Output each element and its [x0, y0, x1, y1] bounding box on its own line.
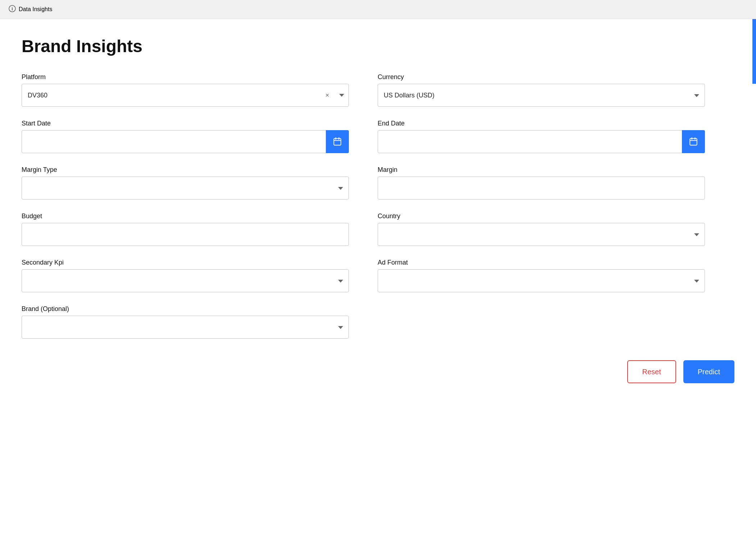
ad-format-label: Ad Format	[378, 259, 705, 266]
form-grid: Platform DV360 × Currency US Dollars (US…	[22, 73, 705, 339]
secondary-kpi-label: Secondary Kpi	[22, 259, 349, 266]
svg-rect-2	[334, 138, 341, 145]
start-date-input[interactable]	[22, 130, 349, 153]
country-select[interactable]	[378, 223, 705, 246]
calendar-icon	[689, 137, 698, 146]
margin-input[interactable]	[378, 177, 705, 200]
country-label: Country	[378, 212, 705, 220]
chevron-down-icon	[339, 94, 344, 97]
secondary-kpi-group: Secondary Kpi	[22, 259, 349, 292]
budget-input[interactable]	[22, 223, 349, 246]
brand-group: Brand (Optional)	[22, 305, 349, 339]
start-date-label: Start Date	[22, 120, 349, 127]
ad-format-wrapper	[378, 269, 705, 292]
currency-wrapper: US Dollars (USD) Euros (EUR) British Pou…	[378, 84, 705, 107]
top-bar: i Data Insights	[0, 0, 756, 19]
reset-button[interactable]: Reset	[627, 360, 676, 383]
platform-clear-button[interactable]: ×	[320, 84, 334, 107]
end-date-input[interactable]	[378, 130, 705, 153]
end-date-wrapper	[378, 130, 705, 153]
platform-label: Platform	[22, 73, 349, 81]
platform-group: Platform DV360 ×	[22, 73, 349, 107]
platform-value[interactable]: DV360	[22, 84, 349, 107]
budget-label: Budget	[22, 212, 349, 220]
main-container: Brand Insights Platform DV360 × Currency	[0, 19, 756, 540]
predict-button[interactable]: Predict	[683, 360, 734, 383]
brand-label: Brand (Optional)	[22, 305, 349, 313]
svg-text:i: i	[12, 6, 13, 12]
start-date-wrapper	[22, 130, 349, 153]
budget-group: Budget	[22, 212, 349, 246]
secondary-kpi-select[interactable]	[22, 269, 349, 292]
platform-select-wrapper: DV360 ×	[22, 84, 349, 107]
brand-wrapper	[22, 316, 349, 339]
country-wrapper	[378, 223, 705, 246]
topbar-title: Data Insights	[19, 6, 52, 13]
budget-wrapper	[22, 223, 349, 246]
buttons-row: Reset Predict	[22, 360, 734, 383]
margin-label: Margin	[378, 166, 705, 174]
currency-select[interactable]: US Dollars (USD) Euros (EUR) British Pou…	[378, 84, 705, 107]
margin-type-wrapper	[22, 177, 349, 200]
page-title: Brand Insights	[22, 36, 734, 56]
empty-cell	[378, 305, 705, 339]
margin-group: Margin	[378, 166, 705, 200]
currency-group: Currency US Dollars (USD) Euros (EUR) Br…	[378, 73, 705, 107]
platform-dropdown-arrow[interactable]	[334, 84, 349, 107]
blue-accent-bar	[752, 19, 756, 84]
end-date-group: End Date	[378, 120, 705, 153]
ad-format-group: Ad Format	[378, 259, 705, 292]
margin-type-select[interactable]	[22, 177, 349, 200]
start-date-group: Start Date	[22, 120, 349, 153]
currency-label: Currency	[378, 73, 705, 81]
platform-controls: ×	[320, 84, 349, 107]
ad-format-select[interactable]	[378, 269, 705, 292]
secondary-kpi-wrapper	[22, 269, 349, 292]
info-icon: i	[9, 5, 16, 14]
brand-select[interactable]	[22, 316, 349, 339]
calendar-icon	[333, 137, 342, 146]
end-date-calendar-button[interactable]	[682, 130, 705, 153]
country-group: Country	[378, 212, 705, 246]
start-date-calendar-button[interactable]	[326, 130, 349, 153]
margin-type-group: Margin Type	[22, 166, 349, 200]
margin-wrapper	[378, 177, 705, 200]
margin-type-label: Margin Type	[22, 166, 349, 174]
svg-rect-6	[690, 138, 697, 145]
end-date-label: End Date	[378, 120, 705, 127]
